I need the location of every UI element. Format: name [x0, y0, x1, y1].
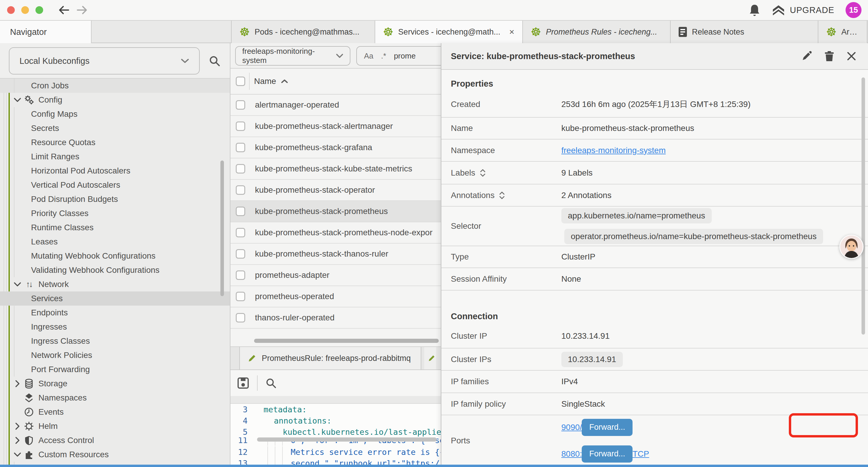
forward-button[interactable]: [75, 4, 89, 16]
kubeconfig-dropdown-value: Local Kubeconfigs: [20, 56, 90, 66]
sidebar-item-horizontal-pod-autoscalers[interactable]: Horizontal Pod Autoscalers: [0, 164, 230, 178]
detail-scrollbar[interactable]: [862, 78, 865, 334]
sidebar-item-network[interactable]: ↑↓Network: [0, 277, 230, 291]
sidebar-item-cron-jobs[interactable]: Cron Jobs: [0, 79, 230, 93]
sidebar-item-resource-quotas[interactable]: Resource Quotas: [0, 135, 230, 150]
row-checkbox[interactable]: [236, 143, 245, 152]
chevron-down-icon[interactable]: [12, 452, 23, 457]
chevron-down-icon[interactable]: [12, 97, 23, 102]
close-window-button[interactable]: [7, 6, 15, 14]
table-row[interactable]: kube-prometheus-stack-prometheus: [230, 201, 441, 222]
chevron-right-icon[interactable]: [12, 437, 23, 444]
detail-row-value: 9 Labels: [561, 168, 593, 178]
sidebar-search-button[interactable]: [206, 52, 223, 70]
chevron-right-icon[interactable]: [12, 422, 23, 430]
tab-4[interactable]: ☸Argo Se: [818, 21, 867, 43]
sidebar-item-ingress-classes[interactable]: Ingress Classes: [0, 334, 230, 348]
table-row[interactable]: kube-prometheus-stack-alertmanager: [230, 116, 441, 137]
row-checkbox[interactable]: [236, 228, 245, 237]
row-checkbox[interactable]: [236, 121, 245, 131]
sidebar-scrollbar[interactable]: [220, 160, 224, 296]
sidebar-item-mutating-webhook-configurations[interactable]: Mutating Webhook Configurations: [0, 249, 230, 263]
row-checkbox[interactable]: [236, 185, 245, 195]
notification-count-badge[interactable]: 15: [845, 2, 862, 18]
table-row[interactable]: kube-prometheus-stack-prometheus-node-ex…: [230, 222, 441, 243]
sidebar-item-limit-ranges[interactable]: Limit Ranges: [0, 150, 230, 164]
edit-button[interactable]: [801, 51, 812, 61]
sidebar-item-secrets[interactable]: Secrets: [0, 121, 230, 135]
user-avatar[interactable]: [839, 235, 864, 259]
save-button[interactable]: [237, 377, 249, 389]
minimize-window-button[interactable]: [21, 6, 29, 14]
close-panel-button[interactable]: [847, 52, 856, 61]
chevron-down-icon[interactable]: [12, 282, 23, 287]
editor-tab-prometheusrule[interactable]: PrometheusRule: freeleaps-prod-rabbitmq: [239, 347, 421, 370]
sidebar-item-definitions[interactable]: Definitions: [0, 462, 230, 465]
yaml-editor[interactable]: 3metadata:4annotations:5kubectl.kubernet…: [230, 404, 441, 465]
kubeconfig-dropdown[interactable]: Local Kubeconfigs: [9, 47, 200, 75]
sidebar-item-helm[interactable]: Helm: [0, 419, 230, 433]
table-row[interactable]: thanos-ruler-operated: [230, 308, 441, 329]
sidebar-item-leases[interactable]: Leases: [0, 235, 230, 249]
tab-2[interactable]: ☸Prometheus Rules - icecheng...: [523, 21, 671, 43]
sidebar-item-port-forwarding[interactable]: Port Forwarding: [0, 362, 230, 377]
row-checkbox[interactable]: [236, 249, 245, 259]
select-all-checkbox[interactable]: [236, 77, 245, 86]
detail-row-label: IP families: [451, 377, 489, 386]
sidebar-item-endpoints[interactable]: Endpoints: [0, 305, 230, 320]
back-button[interactable]: [57, 4, 70, 16]
unfold-icon[interactable]: [479, 169, 486, 177]
name-column-header[interactable]: Name: [254, 77, 288, 86]
editor-search-button[interactable]: [265, 377, 277, 389]
row-checkbox[interactable]: [236, 313, 245, 322]
sidebar-item-access-control[interactable]: Access Control: [0, 433, 230, 447]
table-row[interactable]: kube-prometheus-stack-operator: [230, 180, 441, 201]
tab-0[interactable]: ☸Pods - icecheng@mathmas...: [231, 21, 375, 43]
regex-toggle[interactable]: .*: [381, 52, 386, 61]
table-row[interactable]: kube-prometheus-stack-grafana: [230, 137, 441, 158]
sidebar-item-namespaces[interactable]: Namespaces: [0, 391, 230, 405]
sidebar-item-events[interactable]: Events: [0, 405, 230, 419]
delete-button[interactable]: [824, 51, 834, 62]
sidebar-item-priority-classes[interactable]: Priority Classes: [0, 206, 230, 221]
unfold-icon[interactable]: [499, 191, 505, 200]
editor-horizontal-scrollbar[interactable]: [257, 437, 437, 442]
sidebar-item-ingresses[interactable]: Ingresses: [0, 320, 230, 334]
filter-input[interactable]: Aa .* prome: [356, 46, 441, 66]
sidebar-item-pod-disruption-budgets[interactable]: Pod Disruption Budgets: [0, 192, 230, 206]
sidebar-item-vertical-pod-autoscalers[interactable]: Vertical Pod Autoscalers: [0, 178, 230, 192]
row-checkbox[interactable]: [236, 100, 245, 110]
notifications-bell-icon[interactable]: [749, 4, 761, 17]
sidebar-item-network-policies[interactable]: Network Policies: [0, 348, 230, 362]
table-row[interactable]: alertmanager-operated: [230, 95, 441, 116]
sidebar-item-config[interactable]: Config: [0, 93, 230, 107]
sidebar-item-storage[interactable]: Storage: [0, 377, 230, 391]
namespace-dropdown[interactable]: freeleaps-monitoring-system: [235, 46, 350, 66]
close-tab-icon[interactable]: ×: [509, 27, 514, 37]
match-case-toggle[interactable]: Aa: [364, 52, 373, 61]
table-horizontal-scrollbar[interactable]: [254, 339, 439, 343]
forward-button[interactable]: Forward...: [582, 445, 632, 463]
row-checkbox[interactable]: [236, 164, 245, 174]
editor-tab-next[interactable]: [424, 347, 436, 370]
navigator-panel-tab[interactable]: Navigator: [0, 21, 92, 43]
upgrade-button[interactable]: UPGRADE: [772, 4, 834, 16]
table-row[interactable]: prometheus-operated: [230, 286, 441, 308]
chevron-right-icon[interactable]: [12, 380, 23, 387]
row-checkbox[interactable]: [236, 207, 245, 216]
tab-3[interactable]: Release Notes: [671, 21, 818, 43]
row-checkbox[interactable]: [236, 270, 245, 280]
table-row[interactable]: prometheus-adapter: [230, 265, 441, 286]
namespace-link[interactable]: freeleaps-monitoring-system: [561, 146, 665, 155]
table-row[interactable]: kube-prometheus-stack-thanos-ruler: [230, 243, 441, 265]
sidebar-item-config-maps[interactable]: Config Maps: [0, 107, 230, 121]
sidebar-item-services[interactable]: Services: [0, 291, 230, 305]
sidebar-item-runtime-classes[interactable]: Runtime Classes: [0, 221, 230, 235]
row-checkbox[interactable]: [236, 292, 245, 301]
sidebar-item-custom-resources[interactable]: Custom Resources: [0, 447, 230, 462]
table-row[interactable]: kube-prometheus-stack-kube-state-metrics: [230, 158, 441, 180]
maximize-window-button[interactable]: [35, 6, 43, 14]
sidebar-item-validating-webhook-configurations[interactable]: Validating Webhook Configurations: [0, 263, 230, 277]
forward-button[interactable]: Forward...: [582, 419, 632, 436]
tab-1[interactable]: ☸Services - icecheng@math...×: [375, 21, 523, 43]
